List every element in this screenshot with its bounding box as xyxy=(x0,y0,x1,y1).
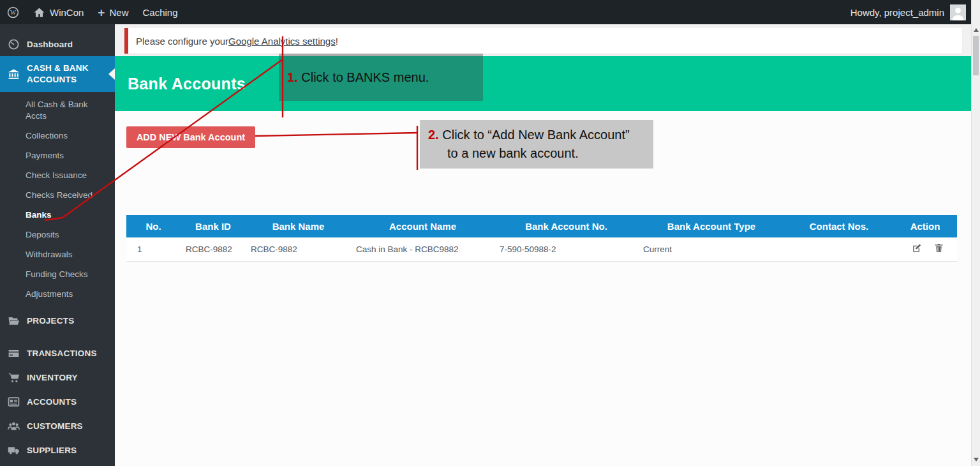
annotation-step2-number: 2. xyxy=(428,128,439,142)
account-menu[interactable]: Howdy, project_admin xyxy=(850,4,971,20)
dashboard-gauge-icon xyxy=(8,38,20,50)
content-area: Please configure your Google Analytics s… xyxy=(115,24,971,466)
submenu-item-all-cash-bank-accts[interactable]: All Cash & Bank Accts xyxy=(26,94,115,126)
sidebar-sections: PROJECTS TRANSACTIONS INVENTORY ACCOUNTS xyxy=(0,308,115,462)
howdy-label: Howdy, project_admin xyxy=(850,7,944,18)
active-menu-arrow-icon xyxy=(108,68,115,80)
submenu-item-adjustments[interactable]: Adjustments xyxy=(26,284,115,304)
cell-account-name: Cash in Bank - RCBC9882 xyxy=(351,237,494,261)
cell-bank-name: RCBC-9882 xyxy=(246,237,351,261)
sidebar-item-suppliers[interactable]: SUPPLIERS xyxy=(0,438,115,462)
wp-logo-menu[interactable]: W xyxy=(0,0,26,24)
plus-icon: + xyxy=(98,6,105,19)
sidebar-item-cash-bank-accounts[interactable]: CASH & BANK ACCOUNTS xyxy=(0,56,115,92)
col-header-account-name: Account Name xyxy=(351,215,494,237)
edit-icon[interactable] xyxy=(912,243,921,253)
col-header-bank-name: Bank Name xyxy=(246,215,351,237)
scrollbar-thumb[interactable] xyxy=(973,36,979,75)
notice-text: Please configure your xyxy=(136,36,228,47)
submenu-item-banks[interactable]: Banks xyxy=(26,205,115,225)
sidebar-item-label: PROJECTS xyxy=(27,315,74,327)
sidebar-item-inventory[interactable]: INVENTORY xyxy=(0,365,115,389)
id-card-icon xyxy=(8,396,20,408)
page-title: Bank Accounts xyxy=(128,75,246,93)
table-row: 1 RCBC-9882 RCBC-9882 Cash in Bank - RCB… xyxy=(126,237,957,261)
cart-icon xyxy=(8,372,20,384)
annotation-step2-line2: to a new bank account. xyxy=(447,144,653,163)
sidebar-item-label: ACCOUNTS xyxy=(27,396,77,408)
vertical-scrollbar[interactable] xyxy=(971,0,980,466)
submenu-item-funding-checks[interactable]: Funding Checks xyxy=(26,264,115,284)
add-new-bank-account-button[interactable]: ADD NEW Bank Account xyxy=(126,126,255,148)
col-header-no: No. xyxy=(126,215,181,237)
cell-action xyxy=(893,237,957,261)
annotation-step2-box: 2. Click to “Add New Bank Account” to a … xyxy=(420,120,653,169)
sidebar-item-label: TRANSACTIONS xyxy=(27,347,97,359)
annotation-step1-box: 1. Click to BANKS menu. xyxy=(279,54,483,101)
admin-sidebar: Dashboard CASH & BANK ACCOUNTS All Cash … xyxy=(0,24,115,466)
svg-text:W: W xyxy=(10,10,16,16)
sidebar-item-label: CASH & BANK ACCOUNTS xyxy=(27,63,97,86)
bank-accounts-table: No. Bank ID Bank Name Account Name Bank … xyxy=(126,215,957,262)
sidebar-item-dashboard[interactable]: Dashboard xyxy=(0,32,115,56)
col-header-bank-account-type: Bank Account Type xyxy=(638,215,785,237)
sidebar-item-label: Dashboard xyxy=(27,38,73,50)
trash-icon[interactable] xyxy=(934,243,944,253)
google-analytics-settings-link[interactable]: Google Analytics settings xyxy=(228,36,336,47)
new-label: New xyxy=(109,7,128,18)
sidebar-item-customers[interactable]: CUSTOMERS xyxy=(0,414,115,438)
screenshot-root: W WinCon + New Caching Howdy, project_ad… xyxy=(0,0,980,466)
new-content-menu[interactable]: + New xyxy=(91,0,135,24)
sidebar-item-label: INVENTORY xyxy=(27,372,78,384)
table-header-row: No. Bank ID Bank Name Account Name Bank … xyxy=(126,215,957,237)
cell-bank-account-type: Current xyxy=(638,237,785,261)
cell-no: 1 xyxy=(126,237,181,261)
submenu-item-deposits[interactable]: Deposits xyxy=(26,225,115,244)
scroll-down-arrow-icon[interactable] xyxy=(974,458,979,462)
sidebar-item-label: SUPPLIERS xyxy=(27,444,77,456)
caching-label: Caching xyxy=(142,7,177,18)
annotation-step1-text: Click to BANKS menu. xyxy=(301,70,429,85)
bank-icon xyxy=(8,68,20,80)
submenu-item-check-issuance[interactable]: Check Issuance xyxy=(26,165,115,185)
cell-contact-nos xyxy=(785,237,893,261)
cash-bank-submenu: All Cash & Bank Accts Collections Paymen… xyxy=(0,94,115,304)
col-header-contact-nos: Contact Nos. xyxy=(785,215,893,237)
admin-notice: Please configure your Google Analytics s… xyxy=(124,28,962,54)
sidebar-item-projects[interactable]: PROJECTS xyxy=(0,308,115,333)
submenu-item-withdrawals[interactable]: Withdrawals xyxy=(26,244,115,264)
submenu-item-checks-received[interactable]: Checks Received xyxy=(26,185,115,205)
home-icon xyxy=(33,6,45,19)
cell-bank-account-no: 7-590-50988-2 xyxy=(494,237,638,261)
site-name-menu[interactable]: WinCon xyxy=(26,0,91,24)
col-header-bank-id: Bank ID xyxy=(181,215,246,237)
credit-card-icon xyxy=(8,347,20,359)
folder-open-icon xyxy=(8,315,20,327)
truck-icon xyxy=(8,444,20,456)
wordpress-logo-icon: W xyxy=(7,6,19,19)
site-name-label: WinCon xyxy=(50,7,84,18)
annotation-step2-text1: Click to “Add New Bank Account” xyxy=(442,128,629,142)
user-avatar xyxy=(950,4,966,20)
sidebar-item-accounts[interactable]: ACCOUNTS xyxy=(0,389,115,414)
sidebar-item-transactions[interactable]: TRANSACTIONS xyxy=(0,341,115,365)
col-header-bank-account-no: Bank Account No. xyxy=(494,215,638,237)
scroll-up-arrow-icon[interactable] xyxy=(974,28,979,32)
wp-admin-bar: W WinCon + New Caching Howdy, project_ad… xyxy=(0,0,971,24)
cell-bank-id: RCBC-9882 xyxy=(181,237,246,261)
people-group-icon xyxy=(8,420,20,432)
caching-menu[interactable]: Caching xyxy=(135,0,184,24)
annotation-step1-number: 1. xyxy=(287,70,298,85)
submenu-item-payments[interactable]: Payments xyxy=(26,146,115,165)
submenu-item-collections[interactable]: Collections xyxy=(26,126,115,146)
page-header-banner: Bank Accounts xyxy=(115,56,971,111)
annotation-step2-line1: 2. Click to “Add New Bank Account” xyxy=(428,126,653,144)
sidebar-item-label: CUSTOMERS xyxy=(27,420,83,432)
notice-suffix: ! xyxy=(336,36,338,47)
col-header-action: Action xyxy=(893,215,957,237)
